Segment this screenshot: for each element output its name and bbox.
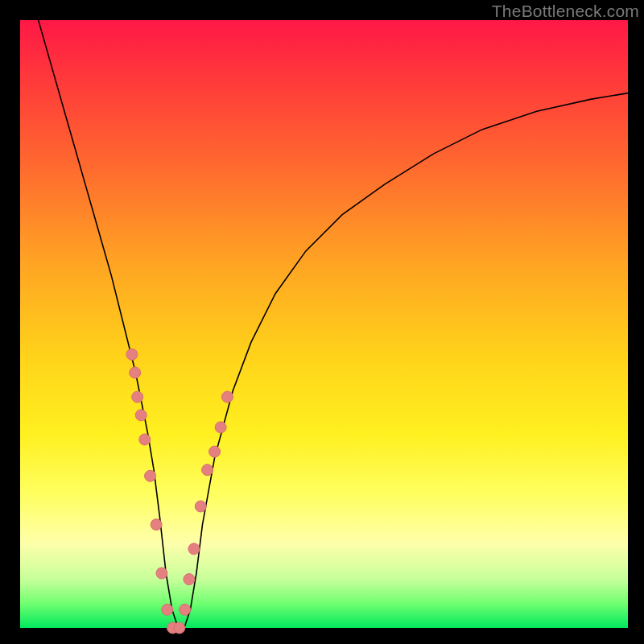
marker-point [180,604,191,615]
plot-svg [20,20,628,628]
marker-point [188,543,200,555]
marker-point [195,501,206,512]
bottleneck-curve [39,20,628,628]
marker-point [139,434,151,445]
marker-point [174,622,185,634]
marker-point [184,574,195,585]
marker-point [215,422,226,433]
marker-point [221,391,233,402]
chart-frame: TheBottleneck.com [0,0,644,644]
marker-point [126,349,138,360]
marker-point [156,568,167,579]
watermark-text: TheBottleneck.com [492,2,639,21]
marker-point [145,470,156,481]
plot-area [20,20,628,628]
marker-point [202,464,213,476]
marker-point [151,519,162,530]
marker-point [130,367,141,378]
marker-point [162,604,173,615]
marker-point [132,391,143,402]
marker-point [135,410,147,421]
sample-points [126,349,233,634]
marker-point [209,446,221,457]
